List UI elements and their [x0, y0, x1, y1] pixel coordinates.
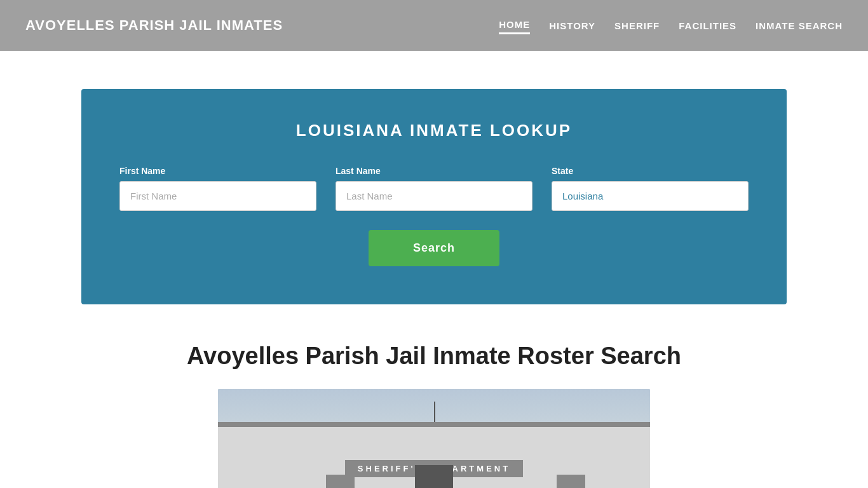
- side-door-left: [326, 475, 355, 488]
- state-label: State: [552, 166, 749, 176]
- first-name-group: First Name: [119, 166, 316, 211]
- nav-facilities[interactable]: FACILITIES: [679, 18, 736, 34]
- building-image: SHERIFF'S DEPARTMENT: [218, 389, 650, 488]
- site-title: AVOYELLES PARISH JAIL INMATES: [25, 17, 283, 34]
- main-content: Avoyelles Parish Jail Inmate Roster Sear…: [81, 342, 787, 488]
- site-header: AVOYELLES PARISH JAIL INMATES HOME HISTO…: [0, 0, 868, 51]
- nav-home[interactable]: HOME: [499, 17, 530, 34]
- state-group: State: [552, 166, 749, 211]
- inmate-lookup-section: LOUISIANA INMATE LOOKUP First Name Last …: [81, 89, 787, 304]
- page-heading: Avoyelles Parish Jail Inmate Roster Sear…: [94, 342, 774, 370]
- last-name-label: Last Name: [336, 166, 532, 176]
- form-row: First Name Last Name State: [119, 166, 749, 211]
- jail-image-container: SHERIFF'S DEPARTMENT: [218, 389, 650, 488]
- building-facade: SHERIFF'S DEPARTMENT: [218, 427, 650, 488]
- nav-history[interactable]: HISTORY: [549, 18, 595, 34]
- last-name-input[interactable]: [336, 181, 532, 211]
- first-name-input[interactable]: [119, 181, 316, 211]
- side-door-right: [557, 475, 585, 488]
- lookup-title: LOUISIANA INMATE LOOKUP: [119, 121, 749, 140]
- first-name-label: First Name: [119, 166, 316, 176]
- search-button-row: Search: [119, 230, 749, 266]
- search-button[interactable]: Search: [369, 230, 499, 266]
- state-input[interactable]: [552, 181, 749, 211]
- roof-line: [218, 422, 650, 427]
- last-name-group: Last Name: [336, 166, 532, 211]
- nav-sheriff[interactable]: SHERIFF: [614, 18, 660, 34]
- main-nav: HOME HISTORY SHERIFF FACILITIES INMATE S…: [499, 17, 843, 34]
- main-door: [415, 465, 453, 488]
- nav-inmate-search[interactable]: INMATE SEARCH: [756, 18, 843, 34]
